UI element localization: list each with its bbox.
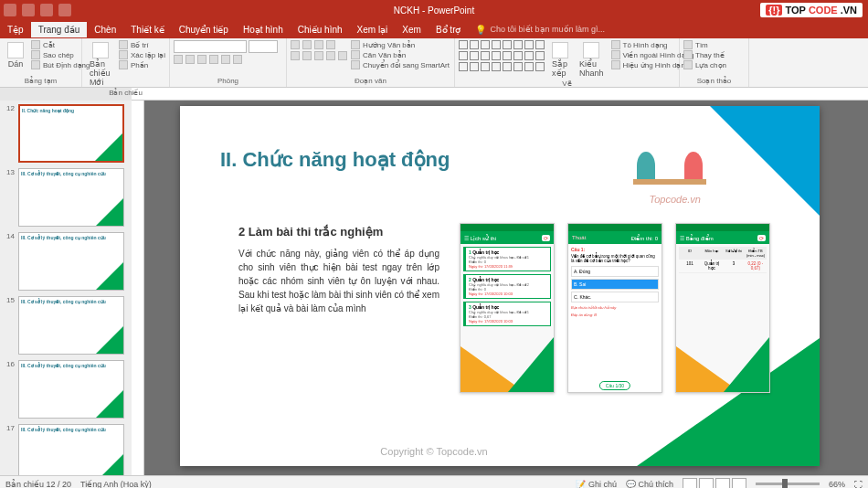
tab-home[interactable]: Trang đầu [31, 22, 88, 37]
bold-icon[interactable] [174, 55, 183, 64]
italic-icon[interactable] [185, 55, 195, 64]
quick-styles-button[interactable]: Kiểu Nhanh [576, 40, 608, 80]
slide-thumbnails-panel[interactable]: 12II. Chức năng hoạt động 13III. Cơ sở l… [0, 101, 132, 475]
slide-subheading[interactable]: 2 Làm bài thi trắc nghiệm [238, 225, 383, 239]
fit-to-window-button[interactable]: ⛶ [854, 480, 863, 489]
justify-icon[interactable] [326, 51, 335, 60]
group-paragraph: Hướng Văn bản Căn Văn bản Chuyển đổi san… [287, 38, 455, 87]
hamburger-icon: ☰ [464, 235, 469, 241]
horizontal-ruler [132, 88, 868, 101]
thumbnail-14[interactable]: III. Cơ sở lý thuyết, công cụ nghiên cứu [18, 232, 124, 291]
save-icon[interactable] [4, 4, 16, 16]
section-icon [119, 60, 128, 69]
hamburger-icon: ☰ [680, 235, 684, 241]
redo-icon[interactable] [40, 4, 53, 16]
align-text-button[interactable]: Căn Văn bản [351, 50, 450, 59]
thumbnail-17[interactable]: III. Cơ sở lý thuyết, công cụ nghiên cứu [18, 424, 124, 475]
language-indicator[interactable]: Tiếng Anh (Hoa kỳ) [80, 480, 152, 489]
font-size-select[interactable] [249, 40, 278, 53]
font-color-icon[interactable] [233, 55, 242, 64]
reading-view-button[interactable] [715, 478, 730, 489]
layout-button[interactable]: Bố trí [119, 40, 165, 49]
outline-icon [611, 50, 620, 59]
thumbnail-15[interactable]: III. Cơ sở lý thuyết, công cụ nghiên cứu [18, 296, 124, 355]
indent-inc-icon[interactable] [326, 40, 335, 49]
tab-design[interactable]: Thiết kế [123, 22, 171, 37]
tab-addins[interactable]: Bổ trợ [429, 22, 469, 37]
thumbnail-16[interactable]: III. Cơ sở lý thuyết, công cụ nghiên cứu [18, 360, 124, 419]
ribbon: Dán Cắt Sao chép Bút Định dạng Bảng tạm … [0, 38, 868, 88]
font-family-select[interactable] [174, 40, 247, 53]
align-center-icon[interactable] [302, 51, 312, 60]
slide-heading[interactable]: II. Chức năng hoạt động [220, 148, 450, 172]
text-direction-button[interactable]: Hướng Văn bản [351, 40, 450, 49]
arrange-button[interactable]: Sắp xếp [548, 40, 572, 80]
group-clipboard: Dán Cắt Sao chép Bút Định dạng Bảng tạm [0, 38, 82, 87]
normal-view-button[interactable] [683, 478, 697, 489]
slide-canvas[interactable]: II. Chức năng hoạt động Topcode.vn 2 Làm… [180, 106, 820, 466]
watermark-topcode: Topcode.vn [650, 194, 701, 205]
thumbnail-12[interactable]: II. Chức năng hoạt động [18, 104, 124, 163]
shadow-icon[interactable] [209, 55, 218, 64]
group-drawing: Sắp xếp Kiểu Nhanh Tô Hình dạng Viền ngo… [455, 38, 680, 87]
tab-animations[interactable]: Hoạt hình [236, 22, 291, 37]
tell-me-input[interactable] [490, 25, 636, 34]
smartart-button[interactable]: Chuyển đổi sang SmartArt [351, 60, 450, 69]
group-font: Phông [170, 38, 287, 87]
columns-icon[interactable] [338, 51, 347, 60]
lightbulb-icon: 💡 [475, 25, 486, 35]
strike-icon[interactable] [221, 55, 230, 64]
quick-access-toolbar [0, 4, 71, 16]
status-bar: Bản chiếu 12 / 20 Tiếng Anh (Hoa kỳ) 📝 G… [0, 475, 868, 488]
start-show-icon[interactable] [58, 4, 71, 16]
fill-icon [611, 40, 620, 49]
tab-file[interactable]: Tệp [0, 22, 31, 37]
select-icon [683, 60, 693, 69]
tab-slideshow[interactable]: Chiếu hình [291, 22, 350, 37]
slide-counter[interactable]: Bản chiếu 12 / 20 [5, 480, 71, 489]
zoom-slider[interactable] [756, 483, 820, 485]
numbering-icon[interactable] [302, 40, 312, 49]
tab-review[interactable]: Xem lại [350, 22, 396, 37]
reset-button[interactable]: Xác lập lại [119, 50, 165, 59]
underline-icon[interactable] [197, 55, 206, 64]
phone-mockup-history: ☰ Lịch sử thi⟳ 1 Quản trị họcChủ nghĩa d… [460, 223, 555, 393]
layout-icon [119, 40, 128, 49]
shapes-gallery[interactable] [459, 40, 545, 71]
find-button[interactable]: Tìm [683, 40, 726, 49]
tell-me-search[interactable]: 💡 [475, 25, 636, 35]
indent-dec-icon[interactable] [314, 40, 323, 49]
phone-mockup-scores: ☰ Bảng điểm⟳ IDMôn họcSố lượt thiĐiểm TB… [675, 223, 770, 393]
scissors-icon [31, 40, 40, 49]
cut-button[interactable]: Cắt [31, 40, 90, 49]
tab-insert[interactable]: Chèn [87, 22, 123, 37]
new-slide-button[interactable]: Bản chiếu Mới [86, 40, 115, 89]
align-left-icon[interactable] [291, 51, 300, 60]
notes-button[interactable]: 📝 Ghi chú [576, 480, 617, 489]
window-title: NCKH - PowerPoint [394, 5, 474, 16]
tab-transitions[interactable]: Chuyển tiếp [172, 22, 236, 37]
ribbon-tabs: Tệp Trang đầu Chèn Thiết kế Chuyển tiếp … [0, 20, 868, 38]
bullets-icon[interactable] [291, 40, 300, 49]
tab-view[interactable]: Xem [395, 22, 429, 37]
copy-button[interactable]: Sao chép [31, 50, 90, 59]
section-button[interactable]: Phần [119, 60, 165, 69]
undo-icon[interactable] [22, 4, 35, 16]
align-right-icon[interactable] [314, 51, 323, 60]
zoom-level[interactable]: 66% [829, 480, 845, 489]
copyright-watermark: Copyright © Topcode.vn [380, 446, 487, 457]
paste-button[interactable]: Dán [4, 40, 27, 70]
slide-editor[interactable]: II. Chức năng hoạt động Topcode.vn 2 Làm… [132, 101, 868, 475]
replace-icon [683, 50, 693, 59]
replace-button[interactable]: Thay thế [683, 50, 726, 59]
select-button[interactable]: Lựa chọn [683, 60, 726, 69]
slideshow-view-button[interactable] [732, 478, 746, 489]
slide-body-text[interactable]: Với chức năng này, giảng viên có thể áp … [238, 247, 439, 315]
format-painter-button[interactable]: Bút Định dạng [31, 60, 90, 69]
people-illustration [624, 130, 715, 194]
group-slides: Bản chiếu Mới Bố trí Xác lập lại Phần Bả… [82, 38, 170, 87]
sorter-view-button[interactable] [699, 478, 714, 489]
close-icon: ⟳ [542, 235, 550, 241]
thumbnail-13[interactable]: III. Cơ sở lý thuyết, công cụ nghiên cứu [18, 168, 124, 227]
comments-button[interactable]: 💬 Chú thích [626, 480, 673, 489]
